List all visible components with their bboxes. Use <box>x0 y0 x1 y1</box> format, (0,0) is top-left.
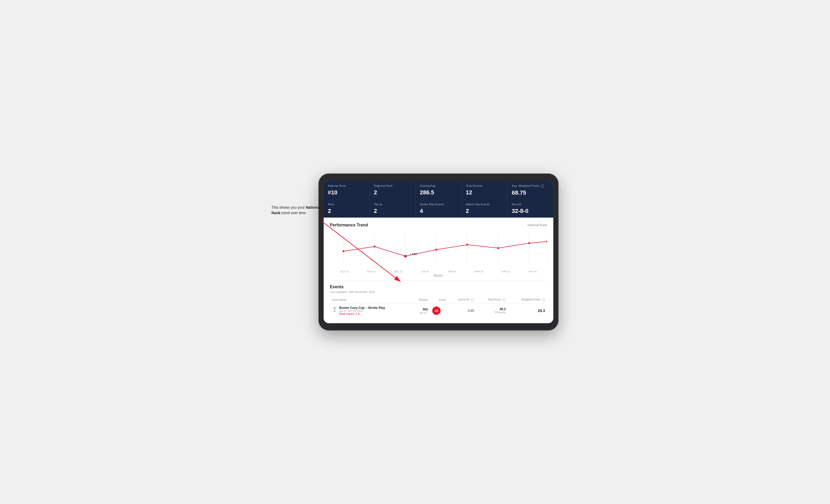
info-icon-total-points[interactable]: i <box>502 298 506 302</box>
th-position: Position <box>411 297 430 303</box>
stat-wins: Wins 2 <box>324 199 369 217</box>
events-table-body: Buster Cozy Cup – Stroke Play Oct 9 - Oc… <box>330 303 547 318</box>
chart-container: • #10 <box>330 232 547 268</box>
stat-national-rank: National Rank #10 <box>324 181 369 199</box>
stat-record-label: Record <box>512 202 549 206</box>
chart-x-oct23: OCT 23 <box>331 270 358 273</box>
events-section: Events Last updated: 24th November 2023 … <box>330 280 547 318</box>
total-points-value: 28.3 <box>478 307 506 311</box>
stat-scoring-avg-label: Scoring Avg. <box>420 184 457 188</box>
stat-top3s-label: Top 3s <box>374 202 411 206</box>
stat-record: Record 32-8-0 <box>508 199 553 217</box>
score-badge: -22 <box>432 306 441 315</box>
tablet-screen: National Rank #10 Regional Rank 2 Scorin… <box>324 181 553 323</box>
stat-top3s-value: 2 <box>374 208 411 214</box>
stat-total-rounds: Total Rounds 12 <box>462 181 507 199</box>
total-points-sub: 3 Rounds <box>478 311 506 314</box>
stat-stroke-play-label: Stroke Play Events <box>420 202 457 206</box>
annotation: This shows you your National Rank trend … <box>272 205 324 216</box>
golf-icon <box>332 306 337 312</box>
td-event-sg: 0.45 <box>448 303 476 318</box>
chart-point-4 <box>467 244 468 245</box>
annotation-bold: National Rank <box>272 205 320 215</box>
chart-x-jan24: JAN 24 <box>412 270 439 273</box>
td-event-name: Buster Cozy Cup – Stroke Play Oct 9 - Oc… <box>330 303 411 318</box>
event-details: Buster Cozy Cup – Stroke Play Oct 9 - Oc… <box>339 306 385 315</box>
chevron-down-icon: ▼ <box>357 312 360 315</box>
tablet-frame: National Rank #10 Regional Rank 2 Scorin… <box>318 173 558 331</box>
chart-x-mar24: MAR 24 <box>466 270 492 273</box>
chart-x-apr24: APR 24 <box>492 270 519 273</box>
stats-row-1: National Rank #10 Regional Rank 2 Scorin… <box>324 181 553 199</box>
stat-total-rounds-value: 12 <box>466 189 503 196</box>
stat-wins-label: Wins <box>328 202 365 206</box>
events-table-head: Event Name Position Score Event SG <box>330 297 547 303</box>
perf-trend-header: Performance Trend National Rank <box>330 223 547 228</box>
event-date: Oct 9 - Oct 10, 2023 <box>339 310 385 312</box>
stats-row-2: Wins 2 Top 3s 2 Stroke Play Events 4 Mat… <box>324 199 553 217</box>
info-icon-event-sg[interactable]: i <box>471 298 474 302</box>
svg-point-10 <box>334 307 336 309</box>
chart-point-5 <box>497 247 499 249</box>
annotation-text: This shows you your National Rank trend … <box>272 205 320 215</box>
stat-national-rank-value: #10 <box>328 189 365 196</box>
stat-top3s: Top 3s 2 <box>370 199 415 217</box>
td-position: 6th out of 7 <box>411 303 430 318</box>
stat-match-play: Match Play Events 2 <box>462 199 507 217</box>
th-total-points: Total Points i <box>476 297 508 303</box>
th-weighted-points: Weighted Points i <box>508 297 547 303</box>
stat-avg-weighted-value: 68.75 <box>512 190 549 196</box>
stat-stroke-play: Stroke Play Events 4 <box>416 199 461 217</box>
chart-axis-label: Months <box>330 274 547 277</box>
chart-rank-label: • #10 <box>410 253 417 256</box>
events-updated: Last updated: 24th November 2023 <box>330 290 547 294</box>
chart-highlight-dot <box>404 255 407 258</box>
stat-regional-rank-label: Regional Rank <box>374 184 411 188</box>
th-event-sg: Event SG i <box>448 297 476 303</box>
chart-svg: • #10 <box>330 232 547 268</box>
stat-avg-weighted: Avg. Weighted Points i 68.75 <box>508 181 553 199</box>
td-score: -22 <box>430 303 448 318</box>
stat-total-rounds-label: Total Rounds <box>466 184 503 188</box>
chart-point-3 <box>435 248 437 250</box>
stat-stroke-play-value: 4 <box>420 208 457 214</box>
info-icon-weighted-points[interactable]: i <box>542 298 545 302</box>
perf-trend-subtitle: National Rank <box>528 223 547 227</box>
th-event-name: Event Name <box>330 297 411 303</box>
event-name-main: Buster Cozy Cup – Stroke Play <box>339 306 385 310</box>
chart-x-labels: OCT 23 NOV 23 DEC 23 JAN 24 FEB 24 MAR 2… <box>330 270 547 273</box>
stat-match-play-label: Match Play Events <box>466 202 503 206</box>
main-content: Performance Trend National Rank <box>324 217 553 323</box>
chart-x-nov23: NOV 23 <box>358 270 385 273</box>
stat-scoring-avg-value: 286.5 <box>420 189 457 196</box>
events-table-header-row: Event Name Position Score Event SG <box>330 297 547 303</box>
chart-point-0 <box>343 250 344 252</box>
stat-avg-weighted-label: Avg. Weighted Points i <box>512 184 549 188</box>
th-score: Score <box>430 297 448 303</box>
td-weighted-points: 28.3 <box>508 303 547 318</box>
stat-record-value: 32-8-0 <box>512 208 549 214</box>
table-row: Buster Cozy Cup – Stroke Play Oct 9 - Oc… <box>330 303 547 318</box>
position-value: 6th <box>413 307 428 311</box>
position-sub: out of 7 <box>413 311 428 314</box>
chart-line <box>344 242 547 256</box>
stat-match-play-value: 2 <box>466 208 503 214</box>
weighted-points-value: 28.3 <box>538 309 545 313</box>
stat-national-rank-label: National Rank <box>328 184 365 188</box>
stat-wins-value: 2 <box>328 208 365 214</box>
perf-trend-title: Performance Trend <box>330 223 368 228</box>
events-table: Event Name Position Score Event SG <box>330 297 547 318</box>
chart-point-6 <box>528 242 530 244</box>
event-rank-impact: Rank Impact: 3 ▼ <box>339 312 385 315</box>
event-name-cell: Buster Cozy Cup – Stroke Play Oct 9 - Oc… <box>332 306 409 315</box>
info-icon-avg-weighted[interactable]: i <box>541 184 544 188</box>
td-total-points: 28.3 3 Rounds <box>476 303 508 318</box>
scene: This shows you your National Rank trend … <box>272 173 558 331</box>
chart-point-1 <box>374 245 375 247</box>
chart-x-dec23: DEC 23 <box>385 270 412 273</box>
chart-point-7 <box>546 240 547 242</box>
stat-regional-rank: Regional Rank 2 <box>370 181 415 199</box>
events-title: Events <box>330 284 547 289</box>
chart-x-may24: MAY 24 <box>519 270 546 273</box>
events-header: Events <box>330 284 547 289</box>
